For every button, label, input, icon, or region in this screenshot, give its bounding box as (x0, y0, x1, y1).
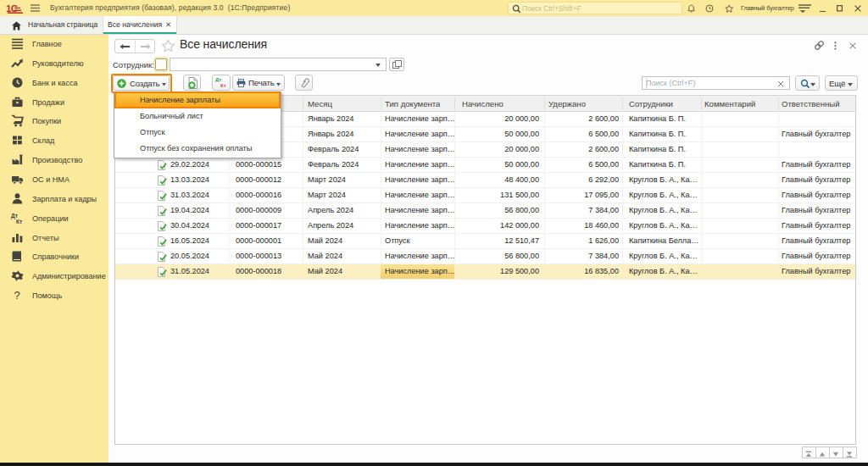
svg-text:Кт: Кт (16, 219, 22, 225)
svg-text:?: ? (14, 289, 20, 302)
